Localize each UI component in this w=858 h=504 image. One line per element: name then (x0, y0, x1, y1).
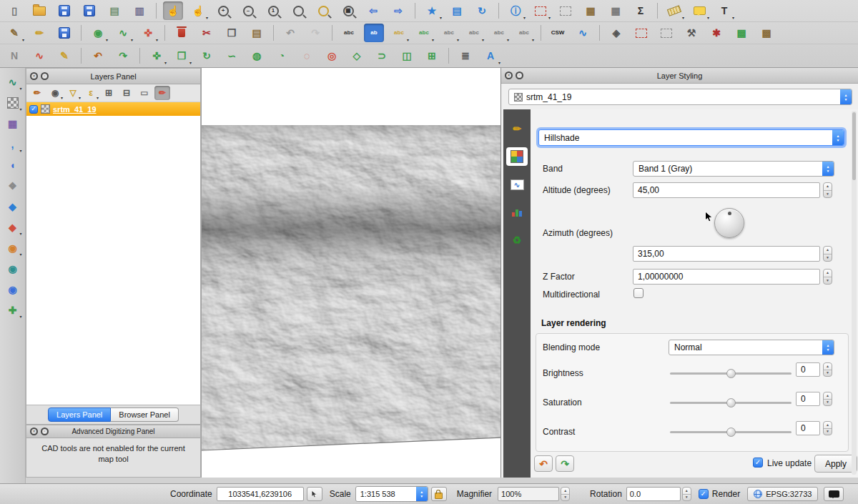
azimuth-input[interactable]: 315,00 (633, 246, 820, 262)
geometry-checker-icon[interactable]: ◈ (606, 24, 626, 42)
cut-features-icon[interactable]: ✂ (197, 24, 217, 42)
close-icon[interactable]: ✕ (505, 71, 513, 79)
contrast-slider[interactable] (670, 428, 792, 437)
label-move-icon[interactable]: abc▾ (464, 24, 484, 42)
azimuth-dial[interactable] (714, 208, 744, 238)
transparency-tab-icon[interactable]: ∿ (506, 175, 528, 194)
open-attribute-table-icon[interactable]: ▦ (581, 1, 601, 20)
apply-button[interactable]: Apply (814, 455, 857, 473)
add-delimited-text-layer-icon[interactable]: ,▾ (4, 136, 22, 153)
add-ring-icon[interactable]: ◍ (247, 46, 267, 65)
blending-mode-combo[interactable]: Normal ▲▼ (669, 340, 834, 355)
style-redo-button[interactable]: ↷ (556, 455, 574, 472)
mouse-position-toggle[interactable] (307, 487, 322, 501)
metasearch-csw-icon[interactable]: CSW (548, 24, 568, 42)
map-tips-icon[interactable]: ▾ (689, 1, 709, 20)
contrast-stepper[interactable]: ▲▼ (823, 421, 832, 435)
zoom-full-icon[interactable] (288, 1, 308, 20)
digitize-with-curve-icon[interactable]: ∿ (29, 46, 49, 65)
band-combo[interactable]: Band 1 (Gray) ▲▼ (633, 161, 834, 177)
refresh-map-icon[interactable]: ↻ (472, 1, 492, 20)
rotation-input[interactable]: 0.0 (626, 487, 681, 501)
coordinate-input[interactable]: 1033541,6239106 (217, 487, 304, 501)
scale-combo[interactable]: 1:315 538 ▲▼ (355, 486, 428, 502)
annotation-text-icon[interactable]: A▾ (480, 46, 500, 65)
remove-layer-icon[interactable]: ▭ (137, 86, 152, 100)
zoom-next-icon[interactable]: ⇨ (388, 1, 408, 20)
undock-icon[interactable]: ▫ (41, 72, 49, 80)
collapse-all-icon[interactable]: ⊟ (119, 86, 134, 100)
layer-visibility-checkbox[interactable]: ✓ (29, 105, 38, 114)
zoom-in-icon[interactable]: + (213, 1, 233, 20)
split-features-icon[interactable]: ◫ (397, 46, 417, 65)
add-vector-layer-icon[interactable]: ∿▾ (4, 74, 22, 91)
zoom-native-icon[interactable]: 1 (263, 1, 283, 20)
add-spatialite-layer-icon[interactable]: ❖ (4, 177, 22, 194)
render-checkbox[interactable]: ✓ (699, 489, 709, 499)
brightness-stepper[interactable]: ▲▼ (823, 362, 832, 377)
layer-tree[interactable]: ✓ srtm_41_19 (26, 102, 200, 405)
simplify-feature-icon[interactable]: ∽ (222, 46, 242, 65)
new-bookmark-icon[interactable]: ★▾ (422, 1, 442, 20)
styling-dock-toggle-icon[interactable]: ✏ (154, 86, 170, 100)
style-undo-button[interactable]: ↶ (534, 455, 553, 472)
lock-scale-button[interactable] (431, 487, 447, 501)
magnifier-input[interactable]: 100% (498, 487, 559, 501)
layer-item[interactable]: ✓ srtm_41_19 (26, 102, 200, 116)
layer-edit-brown-icon[interactable]: ▩ (756, 24, 776, 42)
history-tab-icon[interactable]: ♻ (506, 231, 528, 249)
style-brush-icon[interactable]: ✏ (506, 119, 528, 138)
new-print-layout-icon[interactable]: ▤ (104, 1, 124, 20)
close-icon[interactable]: ✕ (30, 428, 38, 435)
python-console-icon[interactable]: ∿ (573, 24, 593, 42)
zoom-out-icon[interactable]: – (238, 1, 258, 20)
close-icon[interactable]: ✕ (30, 72, 38, 80)
field-calculator-icon[interactable]: ▦ (606, 1, 626, 20)
azimuth-stepper[interactable]: ▲▼ (823, 246, 832, 262)
deselect-features-icon[interactable] (556, 1, 576, 20)
filter-by-expression-icon[interactable]: ε▾ (83, 86, 99, 100)
new-project-icon[interactable]: ▯ (4, 1, 24, 20)
layer-labeling-options-icon[interactable]: ab (364, 24, 384, 42)
messages-button[interactable] (824, 487, 844, 501)
map-canvas[interactable] (201, 68, 500, 478)
slider-handle[interactable] (726, 369, 736, 378)
pan-to-selection-icon[interactable]: ☝▾ (188, 1, 208, 20)
label-highlight-icon[interactable]: abc▾ (439, 24, 459, 42)
add-oracle-layer-icon[interactable]: ◆▾ (4, 219, 22, 236)
delete-ring-icon[interactable]: ◌ (297, 46, 317, 65)
show-layout-manager-icon[interactable]: ▥ (129, 1, 149, 20)
multidirectional-checkbox[interactable]: ✓ (633, 288, 644, 298)
altitude-input[interactable]: 45,00 (633, 182, 820, 198)
add-raster-layer-icon[interactable]: ▾ (4, 94, 22, 112)
digitize-point-icon[interactable]: ◉▾ (88, 24, 108, 42)
magnifier-stepper[interactable]: ▲▼ (561, 487, 570, 501)
merge-features-icon[interactable]: ⊞ (422, 46, 442, 65)
expand-all-icon[interactable]: ⊞ (101, 86, 117, 100)
saturation-input[interactable]: 0 (796, 392, 820, 406)
add-wcs-layer-icon[interactable]: ◉ (4, 260, 22, 277)
tab-layers-panel[interactable]: Layers Panel (48, 407, 111, 422)
copy-features-icon[interactable]: ❐ (222, 24, 242, 42)
renderer-combo[interactable]: Hillshade ▲▼ (538, 129, 844, 146)
move-feature-icon[interactable]: ✜▾ (147, 46, 167, 65)
text-annotation-icon[interactable]: T▾ (714, 1, 734, 20)
tab-browser-panel[interactable]: Browser Panel (111, 407, 179, 422)
label-change-icon[interactable]: abc▾ (514, 24, 534, 42)
rotate-feature-icon[interactable]: ↻ (197, 46, 217, 65)
save-project-as-icon[interactable] (79, 1, 99, 20)
brightness-input[interactable]: 0 (796, 362, 820, 377)
live-update-checkbox[interactable]: ✓ (753, 458, 763, 468)
undo-edit-icon[interactable]: ↶ (88, 46, 108, 65)
measure-icon[interactable]: ▾ (664, 1, 684, 20)
z-factor-input[interactable]: 1,00000000 (633, 269, 820, 285)
scrollbar[interactable] (852, 111, 857, 475)
toggle-editing-icon[interactable]: ✏ (29, 24, 49, 42)
saturation-stepper[interactable]: ▲▼ (823, 392, 832, 406)
undo-icon[interactable]: ↶ (280, 24, 300, 42)
select-region-icon[interactable] (631, 24, 651, 42)
saturation-slider[interactable] (670, 398, 792, 407)
zoom-to-layer-icon[interactable]: ▦ (338, 1, 358, 20)
label-rotate-icon[interactable]: abc▾ (489, 24, 509, 42)
digitize-line-icon[interactable]: ∿▾ (113, 24, 133, 42)
